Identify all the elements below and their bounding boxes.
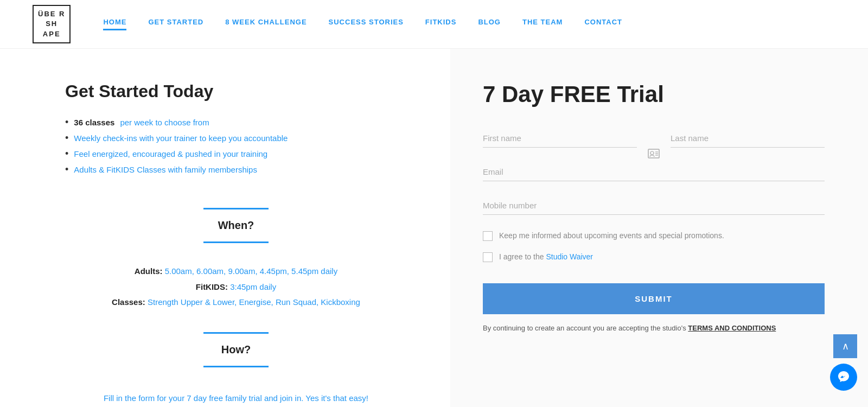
back-to-top-button[interactable]: ∧	[833, 334, 857, 358]
bullet-item-4: Adults & FitKIDS Classes with family mem…	[65, 165, 407, 175]
bullet-item-1: 36 classes per week to choose from	[65, 118, 407, 128]
submit-button[interactable]: SUBMIT	[483, 283, 825, 314]
form-title: 7 Day FREE Trial	[483, 81, 825, 107]
bullet-bold-1: 36 classes	[74, 118, 114, 127]
nav-get-started[interactable]: GET STARTED	[148, 18, 203, 30]
nav-blog[interactable]: BLOG	[478, 18, 501, 30]
studio-waiver-link[interactable]: Studio Waiver	[546, 252, 593, 261]
fitkids-label: FitKIDS:	[196, 282, 228, 291]
checkbox-events[interactable]	[483, 231, 493, 241]
divider-line-2	[203, 241, 269, 243]
adults-times: 5.00am, 6.00am, 9.00am, 4.45pm, 5.45pm d…	[165, 266, 338, 276]
left-title: Get Started Today	[65, 81, 407, 101]
checkbox-waiver[interactable]	[483, 252, 493, 262]
divider-line-1	[203, 208, 269, 209]
checkbox-waiver-row: I agree to the Studio Waiver	[483, 251, 825, 263]
schedule-fitkids: FitKIDS: 3:45pm daily	[65, 279, 407, 295]
bullet-text-3: Feel energized, encouraged & pushed in y…	[74, 149, 267, 158]
nav-the-team[interactable]: THE TEAM	[522, 18, 563, 30]
email-field-container	[483, 163, 825, 181]
terms-text: By continuing to create an account you a…	[483, 323, 825, 334]
how-heading: How?	[65, 344, 407, 356]
last-name-input[interactable]	[671, 129, 825, 147]
divider-line-4	[203, 366, 269, 367]
first-name-field	[483, 129, 637, 148]
fitkids-times: 3:45pm daily	[230, 282, 276, 291]
classes-list: Strength Upper & Lower, Energise, Run Sq…	[148, 297, 360, 307]
terms-link[interactable]: TERMS AND CONDITIONS	[688, 324, 776, 332]
main-content: Get Started Today 36 classes per week to…	[0, 49, 868, 407]
last-name-field	[671, 129, 825, 148]
when-section: When?	[65, 208, 407, 253]
bullet-text-4: Adults & FitKIDS Classes with family mem…	[74, 165, 257, 174]
schedule-classes: Classes: Strength Upper & Lower, Energis…	[65, 295, 407, 310]
bullet-list: 36 classes per week to choose from Weekl…	[65, 118, 407, 181]
when-heading: When?	[65, 219, 407, 232]
contact-card-icon	[648, 149, 660, 163]
checkbox-events-label: Keep me informed about upcoming events a…	[499, 230, 724, 241]
main-nav: HOME GET STARTED 8 WEEK CHALLENGE SUCCES…	[103, 18, 835, 30]
svg-point-1	[650, 151, 654, 155]
bullet-text-1: per week to choose from	[120, 118, 209, 127]
nav-contact[interactable]: CONTACT	[584, 18, 622, 30]
bullet-item-2: Weekly check-ins with your trainer to ke…	[65, 133, 407, 144]
bullet-item-3: Feel energized, encouraged & pushed in y…	[65, 149, 407, 160]
right-column: 7 Day FREE Trial	[450, 49, 868, 407]
trial-form: Keep me informed about upcoming events a…	[483, 129, 825, 334]
nav-home[interactable]: HOME	[103, 18, 126, 30]
first-name-input[interactable]	[483, 129, 637, 147]
classes-label: Classes:	[112, 297, 145, 307]
header: ÜBE RSHAPE HOME GET STARTED 8 WEEK CHALL…	[0, 0, 868, 49]
checkbox-waiver-label: I agree to the Studio Waiver	[499, 251, 593, 263]
nav-fitkids[interactable]: FITKIDS	[425, 18, 457, 30]
adults-label: Adults:	[135, 266, 163, 276]
logo[interactable]: ÜBE RSHAPE	[33, 5, 71, 43]
nav-success-stories[interactable]: SUCCESS STORIES	[329, 18, 404, 30]
messenger-bubble[interactable]	[830, 364, 857, 391]
divider-line-3	[203, 332, 269, 334]
mobile-input[interactable]	[483, 196, 825, 214]
schedule-adults: Adults: 5.00am, 6.00am, 9.00am, 4.45pm, …	[65, 264, 407, 279]
bullet-text-2: Weekly check-ins with your trainer to ke…	[74, 133, 288, 143]
schedule: Adults: 5.00am, 6.00am, 9.00am, 4.45pm, …	[65, 264, 407, 310]
left-column: Get Started Today 36 classes per week to…	[0, 49, 450, 407]
checkbox-events-row: Keep me informed about upcoming events a…	[483, 230, 825, 241]
how-section: How?	[65, 332, 407, 377]
name-row	[483, 129, 825, 163]
nav-8-week-challenge[interactable]: 8 WEEK CHALLENGE	[225, 18, 307, 30]
cta-text: Fill in the form for your 7 day free fam…	[65, 393, 407, 403]
email-input[interactable]	[483, 163, 825, 181]
mobile-field-container	[483, 196, 825, 215]
